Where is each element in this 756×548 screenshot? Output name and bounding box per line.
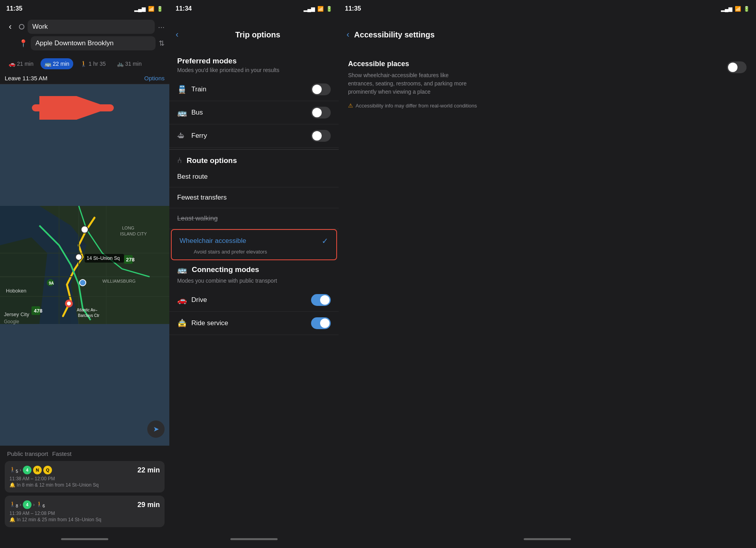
route-card-1[interactable]: 🚶5 › 4 N Q 22 min 11:38 AM – 12:00 PM 🔔 … <box>5 461 165 492</box>
connecting-modes-title: Connecting modes <box>192 265 259 274</box>
ride-service-option-row: 🚖 Ride service <box>169 312 339 335</box>
accessible-places-text: Accessible places Show wheelchair-access… <box>348 60 722 96</box>
train-option-row: 🚆 Train <box>169 78 339 101</box>
ride-service-toggle-knob <box>320 318 330 328</box>
train-label: Train <box>191 85 311 93</box>
bus-option-row: 🚌 Bus <box>169 101 339 124</box>
svg-text:478: 478 <box>34 308 43 314</box>
transit-tab[interactable]: 🚌 22 min <box>41 58 73 69</box>
svg-point-12 <box>67 302 71 305</box>
walk-icon-2: 🚶8 <box>9 501 18 508</box>
line-4-badge: 4 <box>23 466 32 474</box>
fewest-transfers-row[interactable]: Fewest transfers <box>169 187 339 208</box>
trip-options-panel: 11:34 ▂▄▆ 📶 🔋 ‹ Trip options Preferred m… <box>169 0 339 548</box>
dest-row: 📍 ⇅ <box>5 36 165 50</box>
dest-pin-icon: 📍 <box>19 39 28 48</box>
origin-dot-icon <box>19 24 24 30</box>
route-icons-1: 🚶5 › 4 N Q <box>9 466 52 474</box>
arrow-2: › <box>20 502 21 507</box>
drive-toggle[interactable] <box>311 294 331 306</box>
preferred-modes-label: Preferred modes <box>169 52 339 67</box>
swap-button[interactable]: ⇅ <box>159 39 165 48</box>
ferry-icon: ⛴ <box>177 131 191 141</box>
map-panel: 11:35 ▂▄▆ 📶 🔋 ‹ ··· 📍 ⇅ 🚗 21 min 🚌 2 <box>0 0 169 548</box>
battery-icon: 🔋 <box>157 6 163 12</box>
route-schedule-1: 11:38 AM – 12:00 PM <box>9 476 160 481</box>
wifi-icon: 📶 <box>148 6 154 12</box>
back-button-3[interactable]: ‹ <box>346 30 349 40</box>
svg-text:9A: 9A <box>49 281 54 285</box>
accessible-places-title: Accessible places <box>348 60 722 68</box>
connecting-modes-header: 🚌 Connecting modes <box>177 265 331 274</box>
route-time-1: 22 min <box>137 466 160 474</box>
ferry-toggle[interactable] <box>311 130 331 142</box>
status-time-2: 11:34 <box>176 5 192 12</box>
route-schedule-2: 11:39 AM – 12:08 PM <box>9 511 160 516</box>
route-section-title: Public transport Fastest <box>5 450 165 457</box>
dest-input[interactable] <box>31 36 156 50</box>
svg-text:LONG: LONG <box>122 226 134 230</box>
route-time-2: 29 min <box>137 501 160 509</box>
arrow-1: › <box>20 467 21 473</box>
accessibility-panel: 11:35 ▂▄▆ 📶 🔋 ‹ Accessibility settings A… <box>339 0 756 548</box>
svg-text:Atlantic Av–: Atlantic Av– <box>77 308 98 312</box>
back-button-2[interactable]: ‹ <box>176 30 178 40</box>
train-toggle-knob <box>312 85 322 94</box>
route-options-label: Route options <box>187 156 237 165</box>
home-pill-2 <box>230 538 278 540</box>
warning-text: Accessibility info may differ from real-… <box>356 103 477 109</box>
battery-icon-2: 🔋 <box>326 6 332 12</box>
route-card-2[interactable]: 🚶8 › 4 › 🚶6 29 min 11:39 AM – 12:08 PM 🔔… <box>5 496 165 527</box>
car-tab[interactable]: 🚗 21 min <box>5 58 37 69</box>
status-icons-2: ▂▄▆ 📶 🔋 <box>304 6 332 12</box>
svg-text:Barclays Ctr: Barclays Ctr <box>78 313 100 318</box>
status-bar-1: 11:35 ▂▄▆ 📶 🔋 <box>0 0 169 17</box>
route-options-header: ⑃ Route options <box>169 151 339 167</box>
trip-options-title: Trip options <box>183 30 332 39</box>
walk-icon-3: 🚶6 <box>36 501 45 508</box>
home-pill-3 <box>524 538 571 540</box>
origin-input[interactable] <box>28 20 155 34</box>
ride-service-label: Ride service <box>191 319 311 327</box>
svg-point-14 <box>80 280 86 286</box>
wifi-icon-2: 📶 <box>317 6 324 12</box>
train-toggle[interactable] <box>311 83 331 95</box>
leave-options-bar: Leave 11:35 AM Options <box>0 72 169 84</box>
walk-tab[interactable]: 🚶 1 hr 35 <box>76 58 110 69</box>
wheelchair-accessible-section: Wheelchair accessible ✓ Avoid stairs and… <box>171 229 337 260</box>
bus-icon: 🚌 <box>177 108 191 117</box>
status-bar-3: 11:35 ▂▄▆ 📶 🔋 <box>339 0 756 17</box>
route-sub-2: 🔔 In 12 min & 25 min from 14 St–Union Sq <box>9 517 160 522</box>
back-button-1[interactable]: ‹ <box>5 22 16 32</box>
ride-service-toggle[interactable] <box>311 317 331 329</box>
accessible-places-section: Accessible places Show wheelchair-access… <box>339 52 756 117</box>
leave-time[interactable]: Leave 11:35 AM <box>5 75 47 81</box>
battery-icon-3: 🔋 <box>743 6 750 12</box>
transport-tabs: 🚗 21 min 🚌 22 min 🚶 1 hr 35 🚲 31 min <box>0 55 169 72</box>
connecting-modes-sub: Modes you combine with public transport <box>169 276 339 289</box>
status-icons-1: ▂▄▆ 📶 🔋 <box>134 6 163 12</box>
options-link[interactable]: Options <box>144 75 165 81</box>
wheelchair-checkmark: ✓ <box>322 236 328 246</box>
bus-toggle[interactable] <box>311 107 331 118</box>
more-button[interactable]: ··· <box>158 22 165 31</box>
route-cards: Public transport Fastest 🚶5 › 4 N Q 22 m… <box>0 446 169 535</box>
route-options-icon: ⑃ <box>177 156 182 165</box>
least-walking-row[interactable]: Least walking <box>169 208 339 229</box>
map-area[interactable]: 14 St–Union Sq Hoboken Jersey City LONG … <box>0 84 169 446</box>
status-time-3: 11:35 <box>345 5 361 12</box>
bike-tab[interactable]: 🚲 31 min <box>113 58 146 69</box>
search-container: ‹ ··· 📍 ⇅ <box>0 17 169 55</box>
ferry-label: Ferry <box>191 132 311 140</box>
navigation-fab[interactable]: ➤ <box>147 420 165 438</box>
accessible-places-toggle[interactable] <box>727 61 747 73</box>
accessibility-header: ‹ Accessibility settings <box>339 17 756 52</box>
line-n-badge: N <box>33 466 42 474</box>
accessible-places-desc: Show wheelchair-accessible features like… <box>348 71 474 96</box>
drive-toggle-knob <box>320 295 330 305</box>
best-route-row[interactable]: Best route <box>169 167 339 187</box>
home-indicator-3 <box>339 535 756 548</box>
svg-text:Jersey City: Jersey City <box>4 311 30 317</box>
least-walking-label: Least walking <box>177 215 331 222</box>
train-icon: 🚆 <box>177 85 191 94</box>
